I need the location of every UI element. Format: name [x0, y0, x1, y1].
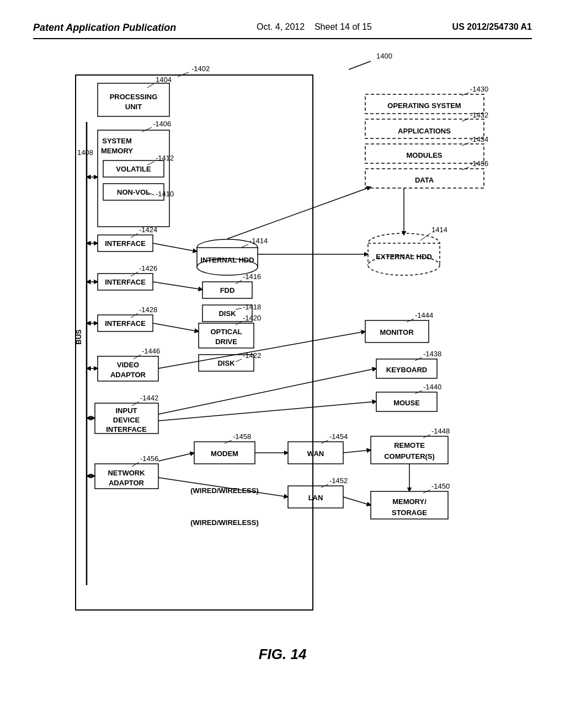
ref-1454: -1454 — [329, 432, 348, 441]
ref-1426: -1426 — [139, 264, 157, 272]
publication-date: Oct. 4, 2012 — [257, 22, 305, 31]
modules-label: MODULES — [407, 151, 443, 159]
processing-unit-label2: UNIT — [125, 103, 142, 111]
ref-1400: 1400 — [376, 52, 392, 60]
network-adaptor-label2: ADAPTOR — [109, 479, 145, 487]
interface1-label: INTERFACE — [105, 239, 146, 248]
fig-label: FIG. 14 — [33, 646, 532, 663]
optical-drive-label: OPTICAL — [210, 328, 242, 336]
publication-label: Patent Application Publication — [33, 22, 176, 34]
data-label: DATA — [415, 176, 434, 184]
memory-storage-label: MEMORY/ — [392, 497, 427, 506]
ref-1434: -1434 — [470, 135, 488, 143]
modem-label: MODEM — [211, 449, 238, 458]
video-adaptor-label: VIDEO — [117, 361, 139, 369]
ref-1428: -1428 — [139, 306, 157, 314]
ref-1448: -1448 — [431, 427, 450, 435]
svg-line-14 — [131, 233, 138, 238]
internal-hdd-label: INTERNAL HDD — [200, 256, 254, 264]
external-hdd-label: EXTERNAL HDD — [376, 253, 432, 261]
ref-1446: -1446 — [142, 347, 160, 355]
ref-1412: -1412 — [156, 154, 174, 162]
bus-label: BUS — [74, 329, 83, 345]
svg-line-69 — [158, 402, 376, 421]
ref-1414b: 1414 — [431, 226, 447, 234]
non-vol-label: NON-VOL — [117, 188, 150, 196]
svg-line-68 — [158, 368, 376, 414]
fdd-label: FDD — [220, 286, 235, 295]
svg-line-39 — [236, 308, 242, 309]
svg-line-72 — [158, 453, 194, 461]
mouse-label: MOUSE — [393, 399, 420, 407]
svg-line-29 — [132, 462, 139, 467]
ref-1406: -1406 — [153, 120, 171, 128]
svg-rect-2 — [76, 75, 313, 610]
svg-line-84 — [343, 497, 371, 505]
processing-unit-label: PROCESSING — [110, 93, 158, 101]
svg-line-58 — [462, 167, 469, 170]
ref-1440: -1440 — [423, 383, 441, 391]
diagram-svg: text { font-family: Arial, sans-serif; }… — [45, 45, 520, 640]
svg-line-35 — [153, 243, 197, 251]
svg-line-20 — [131, 313, 138, 318]
disk1-label: DISK — [218, 309, 236, 318]
optical-drive-label2: DRIVE — [215, 338, 237, 346]
ref-1456: -1456 — [140, 454, 158, 463]
ref-1414: -1414 — [249, 237, 268, 245]
page-header: Patent Application Publication Oct. 4, 2… — [33, 22, 532, 39]
ref-1420: -1420 — [243, 314, 261, 322]
remote-computers-label: REMOTE — [394, 441, 425, 449]
svg-line-0 — [349, 61, 371, 69]
ref-1402: -1402 — [191, 65, 210, 73]
sys-mem-label2: MEMORY — [101, 147, 133, 155]
page: Patent Application Publication Oct. 4, 2… — [0, 0, 565, 728]
input-device-label3: INTERFACE — [106, 425, 147, 433]
wired-wireless2-label: (WIRED/WIRELESS) — [190, 518, 259, 527]
ref-1424: -1424 — [139, 226, 157, 234]
ref-1404: 1404 — [156, 76, 172, 84]
os-label: OPERATING SYSTEM — [387, 101, 461, 110]
svg-line-52 — [462, 93, 469, 95]
disk2-label: DISK — [217, 359, 235, 367]
svg-line-44 — [236, 359, 242, 362]
svg-line-40 — [153, 282, 202, 290]
patent-number: US 2012/254730 A1 — [452, 22, 532, 32]
volatile-label: VOLATILE — [116, 165, 151, 173]
video-adaptor-label2: ADAPTOR — [110, 371, 146, 379]
input-device-label2: DEVICE — [113, 416, 140, 424]
network-adaptor-label: NETWORK — [108, 469, 145, 477]
lan-label: LAN — [308, 494, 323, 502]
svg-line-56 — [462, 143, 469, 146]
ref-1452: -1452 — [329, 477, 348, 485]
interface3-label: INTERFACE — [105, 319, 146, 328]
svg-line-10 — [147, 162, 154, 165]
ref-1438: -1438 — [423, 350, 441, 358]
monitor-label: MONITOR — [380, 328, 414, 336]
remote-computers-label2: COMPUTER(S) — [384, 452, 435, 461]
svg-line-63 — [158, 331, 365, 368]
ref-1416: -1416 — [243, 272, 261, 281]
ref-1436: -1436 — [470, 159, 488, 168]
svg-line-45 — [153, 323, 199, 331]
ref-1430: -1430 — [470, 85, 488, 93]
ref-1442: -1442 — [140, 394, 158, 402]
svg-line-26 — [132, 402, 139, 406]
header-center: Oct. 4, 2012 Sheet 14 of 15 — [257, 22, 372, 32]
ref-1432: -1432 — [470, 111, 488, 119]
svg-line-59 — [227, 187, 371, 239]
svg-line-17 — [131, 272, 138, 276]
ref-1458: -1458 — [233, 432, 251, 441]
app-label: APPLICATIONS — [398, 127, 451, 135]
input-device-label: INPUT — [116, 406, 137, 415]
ref-1410: -1410 — [156, 190, 174, 198]
sys-mem-label: SYSTEM — [102, 137, 131, 145]
svg-line-78 — [343, 450, 371, 453]
interface2-label: INTERFACE — [105, 278, 146, 286]
svg-line-6 — [142, 127, 152, 132]
svg-line-23 — [134, 355, 141, 359]
wan-label: WAN — [307, 449, 324, 458]
memory-storage-label2: STORAGE — [392, 508, 427, 517]
keyboard-label: KEYBOARD — [386, 366, 427, 374]
sheet-info: Sheet 14 of 15 — [315, 22, 372, 31]
ref-1418: -1418 — [243, 303, 261, 311]
